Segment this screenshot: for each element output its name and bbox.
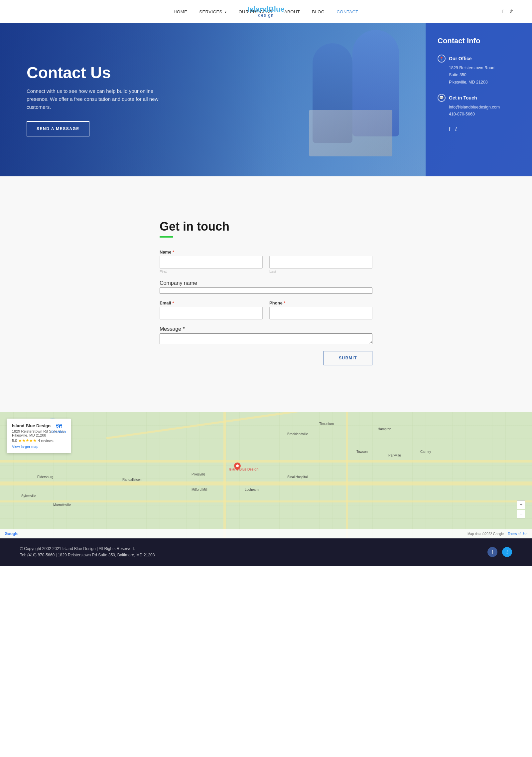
company-input[interactable]: [160, 287, 372, 294]
footer-address: 1829 Reisterstown Rd Suite 350, Baltimor…: [58, 553, 155, 557]
contact-details: info@islandbluedesign.com 410-870-5660: [438, 104, 520, 118]
green-divider: [160, 236, 173, 238]
send-message-button[interactable]: SEND A MESSAGE: [27, 121, 89, 136]
email-label: Email *: [160, 300, 263, 305]
hero-info-box: Contact Info 📍 Our Office 1829 Reisterst…: [426, 23, 532, 176]
map-label-island-blue: Island Blue Design: [229, 468, 258, 471]
submit-button[interactable]: SUBMIT: [324, 351, 372, 365]
office-address: 1829 Reisterstown RoadSuite 350Pikesvill…: [438, 65, 520, 86]
footer-twitter-icon[interactable]: t: [502, 547, 512, 557]
form-section: Get in touch Name * First Last: [0, 176, 532, 412]
services-dropdown-icon: ▾: [225, 10, 227, 14]
first-name-input[interactable]: [160, 256, 263, 269]
message-textarea[interactable]: [160, 333, 372, 344]
tel-label: Tel:: [20, 553, 26, 557]
road-horizontal-1: [0, 460, 532, 463]
name-required: *: [173, 250, 174, 255]
office-info: 📍 Our Office 1829 Reisterstown RoadSuite…: [438, 55, 520, 86]
map-label-parkville: Parkville: [388, 454, 401, 457]
site-logo: IslandBlue design: [247, 5, 284, 18]
last-name-group: Last: [269, 250, 372, 274]
last-name-input[interactable]: [269, 256, 372, 269]
contact-info: 💬 Get in Touch info@islandbluedesign.com…: [438, 94, 520, 118]
contact-phone: 410-870-5660: [449, 112, 475, 116]
info-facebook-icon[interactable]: f: [449, 126, 451, 133]
map-label-hampton: Hampton: [378, 427, 391, 431]
form-title: Get in touch: [160, 220, 372, 234]
logo-sub: design: [247, 13, 284, 18]
map-label-timonium: Timonium: [319, 422, 334, 426]
location-icon: 📍: [438, 55, 446, 63]
office-title: Our Office: [449, 56, 471, 61]
company-group: Company name: [160, 280, 372, 294]
map-label-randallstown: Randallstown: [122, 478, 142, 481]
map-data-text: Map data ©2022 Google: [467, 532, 504, 536]
contact-email: info@islandbluedesign.com: [449, 105, 500, 109]
chat-icon: 💬: [438, 94, 446, 102]
navigation: HOME SERVICES ▾ OUR PROCESS IslandBlue d…: [0, 0, 532, 23]
email-group: Email *: [160, 300, 263, 319]
map-footer: Google Map data ©2022 Google Terms of Us…: [0, 529, 532, 538]
info-twitter-icon[interactable]: t: [455, 126, 457, 133]
road-vertical-1: [223, 412, 226, 538]
hero-subtitle: Connect with us to see how we can help b…: [27, 87, 166, 111]
map-label-pikesville: Pikesville: [192, 473, 205, 476]
last-name-label-spacer: [269, 250, 372, 255]
message-group: Message *: [160, 326, 372, 344]
map-label-sykesville: Sykesville: [21, 494, 36, 498]
name-row: Name * First Last: [160, 250, 372, 274]
info-social-links: f t: [438, 126, 520, 133]
map-label-brooklandville: Brooklandville: [287, 432, 308, 436]
footer-social: f t: [487, 547, 512, 557]
name-label: Name *: [160, 250, 263, 255]
map-label-sinai: Sinai Hospital: [287, 475, 308, 479]
map-label-marrottsville: Marrottsville: [53, 503, 71, 507]
phone-label: Phone *: [269, 300, 372, 305]
logo-blue: Blue: [269, 5, 285, 13]
map-stars: ★★★★★: [18, 438, 37, 443]
map-section: Timonium Brooklandville Hampton Towson P…: [0, 412, 532, 538]
phone-input[interactable]: [269, 307, 372, 319]
nav-social:  𝕥: [502, 8, 512, 15]
info-box-title: Contact Info: [438, 37, 520, 45]
map-footer-left: Google: [5, 531, 18, 536]
map-label-eldersburg: Eldersburg: [37, 475, 53, 479]
company-label: Company name: [160, 280, 197, 286]
hero-content: Contact Us Connect with us to see how we…: [0, 64, 193, 136]
nav-about[interactable]: ABOUT: [284, 9, 300, 14]
map-view-larger[interactable]: View larger map: [12, 445, 66, 449]
road-horizontal-2: [0, 481, 532, 485]
hero-title: Contact Us: [27, 64, 166, 82]
logo-island: Island: [247, 5, 269, 13]
phone-group: Phone *: [269, 300, 372, 319]
map-label-lochearn: Lochearn: [245, 488, 259, 491]
nav-home[interactable]: HOME: [174, 9, 187, 14]
email-phone-row: Email * Phone *: [160, 300, 372, 319]
map-terms-link[interactable]: Terms of Use: [508, 532, 527, 536]
message-label: Message *: [160, 326, 185, 332]
map-label-milford: Milford Mill: [192, 488, 207, 491]
first-hint: First: [160, 270, 263, 274]
nav-contact[interactable]: CONTACT: [336, 9, 358, 14]
contact-form: Name * First Last Company name: [160, 250, 372, 365]
map-zoom-out[interactable]: −: [517, 510, 525, 518]
map-background: [0, 412, 532, 538]
first-name-group: Name * First: [160, 250, 263, 274]
google-logo: Google: [5, 531, 18, 536]
nav-services[interactable]: SERVICES ▾: [199, 9, 226, 14]
hero-section: Contact Us Connect with us to see how we…: [0, 23, 532, 176]
nav-blog[interactable]: BLOG: [312, 9, 325, 14]
map-info-card: Island Blue Design 1829 Reisterstown Rd …: [7, 419, 71, 453]
nav-twitter-icon[interactable]: 𝕥: [510, 8, 512, 15]
map-directions-btn[interactable]: 🗺 Directions: [51, 423, 66, 434]
footer-contact: Tel: (410) 870-5660 | 1829 Reisterstown …: [20, 552, 155, 558]
road-vertical-2: [346, 412, 348, 538]
map-controls: + −: [517, 500, 525, 518]
submit-row: SUBMIT: [160, 351, 372, 365]
footer-facebook-icon[interactable]: f: [487, 547, 497, 557]
email-input[interactable]: [160, 307, 263, 319]
hero-people-area: [299, 23, 426, 176]
map-zoom-in[interactable]: +: [517, 500, 525, 509]
nav-links: HOME SERVICES ▾ OUR PROCESS IslandBlue d…: [174, 9, 358, 15]
nav-facebook-icon[interactable]: : [502, 9, 504, 15]
